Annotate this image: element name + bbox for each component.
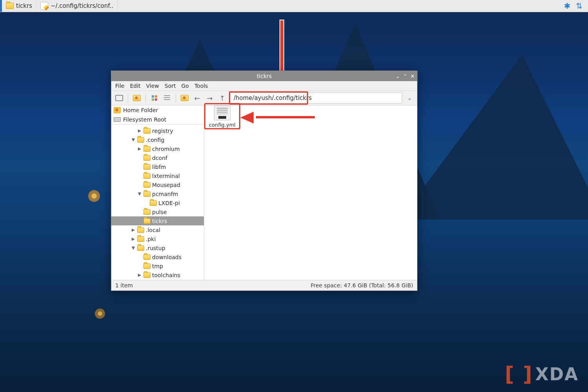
address-history-dropdown[interactable]: ⌄ — [405, 94, 414, 102]
tab-icon — [115, 95, 123, 101]
tree-node-label: lxterminal — [152, 173, 180, 179]
taskbar: tickrs ~/.config/tickrs/conf.. ✱ ⇅ — [0, 0, 588, 12]
folder-tree: ▶registry▼.config▶chromiumdconflibfmlxte… — [111, 125, 204, 280]
tree-node-label: Mousepad — [152, 182, 180, 188]
tree-node-label: downloads — [152, 254, 181, 260]
folder-icon — [137, 137, 144, 143]
open-folder-button[interactable] — [132, 93, 142, 103]
menu-file[interactable]: File — [115, 83, 124, 89]
icon-view-button[interactable] — [150, 93, 159, 103]
status-bar: 1 item Free space: 47.6 GiB (Total: 56.8… — [111, 280, 417, 290]
file-manager-window: tickrs ⌄ ⌃ ✕ File Edit View Sort Go Tool… — [111, 71, 417, 291]
expander-icon[interactable]: ▶ — [137, 146, 142, 151]
tree-node-lxterminal[interactable]: lxterminal — [111, 171, 204, 180]
nav-back-button[interactable]: ← — [192, 93, 202, 103]
sidebar: Home Folder Filesystem Root ▶registry▼.c… — [111, 105, 204, 280]
home-icon — [114, 107, 121, 113]
tree-node-rustup[interactable]: ▼.rustup — [111, 243, 204, 252]
expander-icon[interactable]: ▼ — [131, 245, 136, 250]
text-file-icon — [214, 105, 230, 120]
tree-node-tickrs[interactable]: tickrs — [111, 216, 204, 225]
toolbar: ← → ↑ /home/ayush/.config/tickrs ⌄ — [111, 91, 417, 105]
network-sync-icon[interactable]: ⇅ — [576, 0, 583, 12]
home-folder-icon — [181, 95, 189, 101]
expander-icon[interactable]: ▶ — [137, 128, 142, 133]
folder-icon — [143, 128, 151, 134]
sidebar-place-root[interactable]: Filesystem Root — [111, 115, 204, 124]
menu-view[interactable]: View — [146, 83, 159, 89]
address-bar[interactable]: /home/ayush/.config/tickrs — [230, 93, 402, 103]
folder-icon — [143, 191, 151, 197]
menu-go[interactable]: Go — [181, 83, 189, 89]
tree-node-registry[interactable]: ▶registry — [111, 126, 204, 135]
folder-icon — [143, 209, 151, 215]
wallpaper-mountain — [400, 55, 588, 220]
taskbar-item-editor[interactable]: ~/.config/tickrs/conf.. — [36, 0, 118, 12]
tree-node-lxdepi[interactable]: LXDE-pi — [111, 198, 204, 207]
tree-node-tmp[interactable]: tmp — [111, 261, 204, 270]
tree-node-config[interactable]: ▼.config — [111, 135, 204, 144]
taskbar-item-label: tickrs — [16, 2, 32, 9]
tree-node-toolchains[interactable]: ▶toolchains — [111, 270, 204, 279]
folder-icon — [150, 200, 157, 206]
tree-node-label: pcmanfm — [152, 191, 178, 197]
tree-node-downloads[interactable]: downloads — [111, 252, 204, 261]
sidebar-place-label: Home Folder — [123, 107, 158, 113]
tree-node-pulse[interactable]: pulse — [111, 207, 204, 216]
tree-node-pki[interactable]: ▶.pki — [111, 234, 204, 243]
home-button[interactable] — [180, 93, 189, 103]
tree-node-mousepad[interactable]: Mousepad — [111, 180, 204, 189]
tree-node-label: tmp — [152, 263, 163, 269]
sidebar-place-home[interactable]: Home Folder — [111, 105, 204, 115]
folder-icon — [143, 164, 151, 170]
folder-icon — [6, 3, 14, 9]
bluetooth-icon[interactable]: ✱ — [564, 0, 570, 12]
nav-up-button[interactable]: ↑ — [218, 93, 227, 103]
arrow-left-icon: ← — [194, 94, 200, 102]
watermark-text: XDA — [535, 364, 579, 384]
new-tab-button[interactable] — [114, 93, 124, 103]
menu-tools[interactable]: Tools — [194, 83, 208, 89]
folder-icon — [143, 155, 151, 161]
sidebar-place-label: Filesystem Root — [123, 116, 166, 123]
tree-node-label: libfm — [152, 164, 166, 170]
tree-node-dconf[interactable]: dconf — [111, 153, 204, 162]
expander-icon[interactable]: ▼ — [137, 191, 142, 196]
file-item-config[interactable]: config.yml — [207, 105, 238, 128]
tree-node-label: pulse — [152, 209, 167, 215]
tree-node-chromium[interactable]: ▶chromium — [111, 144, 204, 153]
tree-node-label: toolchains — [152, 272, 180, 278]
expander-icon[interactable]: ▶ — [131, 236, 136, 241]
folder-icon — [143, 173, 151, 179]
folder-icon — [133, 95, 141, 101]
toolbar-separator — [176, 94, 176, 102]
nav-forward-button[interactable]: → — [205, 93, 214, 103]
tree-node-label: LXDE-pi — [158, 200, 180, 206]
list-view-button[interactable] — [162, 93, 172, 103]
expander-icon[interactable]: ▶ — [137, 272, 142, 278]
tree-node-libfm[interactable]: libfm — [111, 162, 204, 171]
menu-edit[interactable]: Edit — [130, 83, 140, 89]
tree-node-local[interactable]: ▶.local — [111, 225, 204, 234]
file-view[interactable]: config.yml — [204, 105, 417, 280]
chevron-down-icon: ⌄ — [407, 94, 412, 102]
menu-sort[interactable]: Sort — [165, 83, 176, 89]
tree-node-label: dconf — [152, 155, 167, 161]
status-items: 1 item — [115, 282, 133, 289]
folder-icon — [137, 236, 144, 242]
window-maximize-icon[interactable]: ⌃ — [403, 73, 407, 79]
expander-icon[interactable]: ▼ — [131, 137, 136, 142]
file-item-label: config.yml — [207, 122, 238, 128]
window-minimize-icon[interactable]: ⌄ — [396, 73, 400, 79]
window-close-icon[interactable]: ✕ — [410, 73, 415, 79]
folder-icon — [137, 245, 144, 251]
tree-node-pcmanfm[interactable]: ▼pcmanfm — [111, 189, 204, 198]
status-freespace: Free space: 47.6 GiB (Total: 56.8 GiB) — [310, 282, 413, 289]
taskbar-item-filemanager[interactable]: tickrs — [0, 0, 36, 12]
disk-icon — [114, 117, 121, 122]
expander-icon[interactable]: ▶ — [131, 227, 136, 232]
window-titlebar[interactable]: tickrs ⌄ ⌃ ✕ — [111, 71, 417, 81]
folder-icon — [143, 146, 151, 152]
toolbar-separator — [128, 94, 128, 102]
taskbar-item-label: ~/.config/tickrs/conf.. — [51, 2, 113, 9]
